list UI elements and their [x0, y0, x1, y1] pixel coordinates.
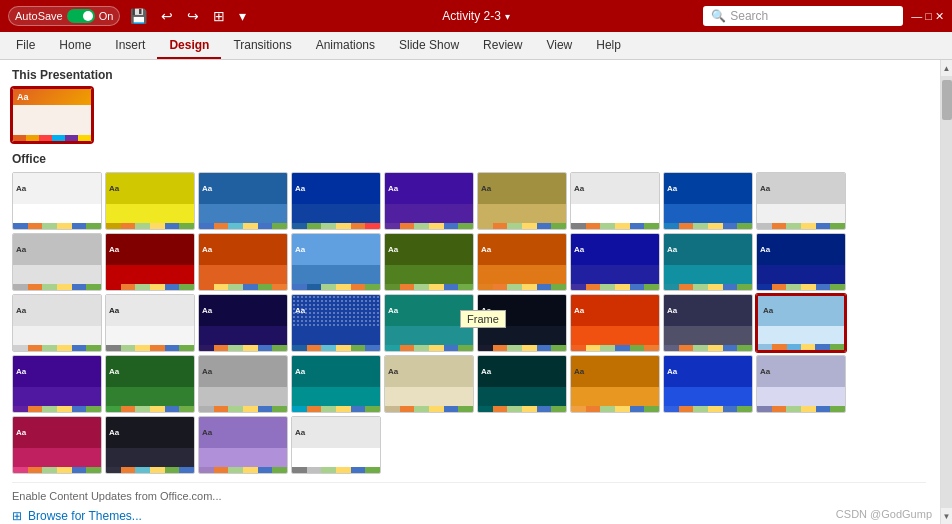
office-theme-9[interactable]: Aa	[756, 172, 846, 230]
office-theme-12[interactable]: Aa	[198, 233, 288, 291]
office-theme-2[interactable]: Aa	[105, 172, 195, 230]
scroll-down-arrow[interactable]: ▼	[941, 508, 953, 524]
office-theme-8[interactable]: Aa	[663, 172, 753, 230]
tab-slideshow[interactable]: Slide Show	[387, 33, 471, 59]
office-theme-35[interactable]: Aa	[663, 355, 753, 413]
title-bar-right: 🔍 Search — □ ✕	[703, 6, 944, 26]
office-theme-13[interactable]: Aa	[291, 233, 381, 291]
this-presentation-grid: Aa	[12, 88, 926, 142]
office-theme-16[interactable]: Aa	[570, 233, 660, 291]
office-theme-17[interactable]: Aa	[663, 233, 753, 291]
more-icon[interactable]: ▾	[235, 6, 250, 26]
document-title: Activity 2-3	[442, 9, 501, 23]
office-theme-27[interactable]: Aa	[756, 294, 846, 352]
office-theme-23[interactable]: Aa	[384, 294, 474, 352]
this-presentation-section: This Presentation Aa	[12, 68, 926, 142]
office-theme-36[interactable]: Aa	[756, 355, 846, 413]
enable-content-text[interactable]: Enable Content Updates from Office.com..…	[12, 487, 926, 506]
title-dropdown-icon[interactable]: ▾	[505, 11, 510, 22]
office-theme-25[interactable]: Aa	[570, 294, 660, 352]
office-themes-grid: Aa Aa Aa Aa Aa Aa Aa Aa	[12, 172, 926, 474]
office-theme-34[interactable]: Aa	[570, 355, 660, 413]
office-theme-32[interactable]: Aa	[384, 355, 474, 413]
office-theme-5[interactable]: Aa	[384, 172, 474, 230]
office-theme-20[interactable]: Aa	[105, 294, 195, 352]
office-theme-28[interactable]: Aa	[12, 355, 102, 413]
scrollbar[interactable]: ▲ ▼	[940, 60, 952, 524]
tab-review[interactable]: Review	[471, 33, 534, 59]
theme-panel: This Presentation Aa	[0, 60, 940, 524]
title-bar-center: Activity 2-3 ▾	[442, 9, 510, 23]
office-theme-1[interactable]: Aa	[12, 172, 102, 230]
undo-icon[interactable]: ↩	[157, 6, 177, 26]
office-theme-26[interactable]: Aa	[663, 294, 753, 352]
browse-themes-link[interactable]: ⊞ Browse for Themes...	[12, 506, 926, 524]
office-theme-40[interactable]: Aa	[291, 416, 381, 474]
tab-design[interactable]: Design	[157, 33, 221, 59]
watermark: CSDN @GodGump	[836, 508, 932, 520]
title-bar-left: AutoSave On 💾 ↩ ↪ ⊞ ▾	[8, 6, 250, 26]
tab-transitions[interactable]: Transitions	[221, 33, 303, 59]
autosave-state: On	[99, 10, 114, 22]
office-theme-33[interactable]: Aa	[477, 355, 567, 413]
office-theme-37[interactable]: Aa	[12, 416, 102, 474]
scroll-up-arrow[interactable]: ▲	[941, 60, 953, 76]
redo-icon[interactable]: ↪	[183, 6, 203, 26]
office-theme-21[interactable]: Aa	[198, 294, 288, 352]
office-section: Office Aa Aa Aa Aa Aa Aa Aa	[12, 152, 926, 474]
office-theme-11[interactable]: Aa	[105, 233, 195, 291]
office-theme-31[interactable]: Aa	[291, 355, 381, 413]
tab-file[interactable]: File	[4, 33, 47, 59]
office-theme-19[interactable]: Aa	[12, 294, 102, 352]
presentation-view-icon[interactable]: ⊞	[209, 6, 229, 26]
office-theme-29[interactable]: Aa	[105, 355, 195, 413]
tab-help[interactable]: Help	[584, 33, 633, 59]
autosave-badge[interactable]: AutoSave On	[8, 6, 120, 26]
save-icon[interactable]: 💾	[126, 6, 151, 26]
office-theme-22[interactable]: Aa	[291, 294, 381, 352]
office-theme-15[interactable]: Aa	[477, 233, 567, 291]
office-theme-7[interactable]: Aa	[570, 172, 660, 230]
office-label: Office	[12, 152, 926, 166]
tab-view[interactable]: View	[534, 33, 584, 59]
autosave-toggle[interactable]	[67, 9, 95, 23]
this-presentation-label: This Presentation	[12, 68, 926, 82]
office-theme-39[interactable]: Aa	[198, 416, 288, 474]
office-theme-10[interactable]: Aa	[12, 233, 102, 291]
tab-animations[interactable]: Animations	[304, 33, 387, 59]
office-theme-4[interactable]: Aa	[291, 172, 381, 230]
tab-insert[interactable]: Insert	[103, 33, 157, 59]
office-theme-38[interactable]: Aa	[105, 416, 195, 474]
this-presentation-theme[interactable]: Aa	[12, 88, 92, 142]
tab-home[interactable]: Home	[47, 33, 103, 59]
window-controls: — □ ✕	[911, 10, 944, 23]
office-theme-18[interactable]: Aa	[756, 233, 846, 291]
office-theme-3[interactable]: Aa	[198, 172, 288, 230]
bottom-links: Enable Content Updates from Office.com..…	[12, 482, 926, 524]
browse-themes-icon: ⊞	[12, 509, 22, 523]
office-theme-30[interactable]: Aa	[198, 355, 288, 413]
office-theme-6[interactable]: Aa	[477, 172, 567, 230]
search-box[interactable]: 🔍 Search	[703, 6, 903, 26]
autosave-label: AutoSave	[15, 10, 63, 22]
search-placeholder: Search	[730, 9, 768, 23]
office-theme-14[interactable]: Aa	[384, 233, 474, 291]
search-icon: 🔍	[711, 9, 726, 23]
ribbon-tabs: File Home Insert Design Transitions Anim…	[0, 32, 952, 60]
scrollbar-thumb[interactable]	[942, 80, 952, 120]
title-bar: AutoSave On 💾 ↩ ↪ ⊞ ▾ Activity 2-3 ▾ 🔍 S…	[0, 0, 952, 32]
office-theme-24[interactable]: Aa	[477, 294, 567, 352]
scrollbar-track[interactable]	[941, 76, 953, 508]
